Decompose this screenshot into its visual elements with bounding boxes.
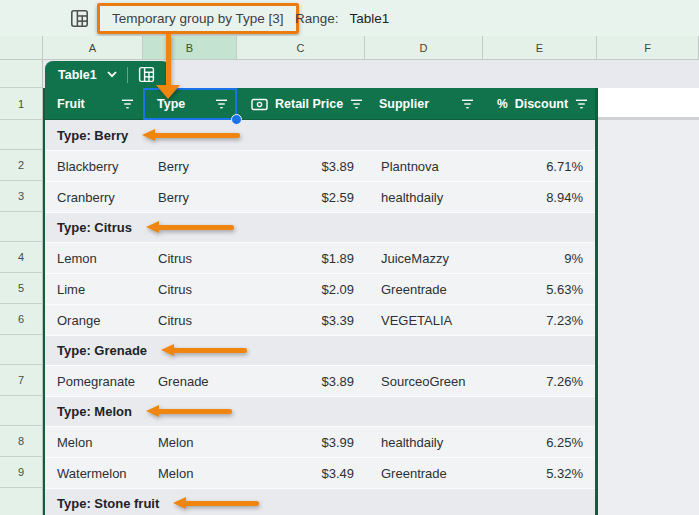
left-arrow-annotation — [173, 497, 259, 510]
header-cell-supplier[interactable]: Supplier — [365, 88, 483, 120]
table-row[interactable]: Blackberry Berry $3.89 Plantnova 6.71% — [43, 150, 597, 181]
row-number-cell[interactable]: 5 — [0, 273, 43, 304]
column-header-a[interactable]: A — [43, 36, 143, 60]
cell-price[interactable]: $2.09 — [237, 282, 365, 297]
cell-type[interactable]: Berry — [143, 159, 237, 174]
table-row[interactable]: Lime Citrus $2.09 Greentrade 5.63% — [43, 273, 597, 304]
cell-fruit[interactable]: Blackberry — [43, 159, 143, 174]
table-name-chip[interactable]: Table1 — [45, 61, 170, 88]
cell-supplier[interactable]: VEGETALIA — [365, 313, 483, 328]
group-name-highlight-box: Temporary group by Type [3] — [97, 3, 299, 34]
cell-supplier[interactable]: Greentrade — [365, 466, 483, 481]
row-number-cell[interactable] — [0, 60, 43, 88]
table-row[interactable]: Watermelon Melon $3.49 Greentrade 5.32% — [43, 457, 597, 488]
cell-discount[interactable]: 6.25% — [483, 435, 597, 450]
filter-icon[interactable] — [461, 98, 474, 110]
cell-supplier[interactable]: JuiceMazzy — [365, 251, 483, 266]
cell-price[interactable]: $3.99 — [237, 435, 365, 450]
row-number-cell[interactable]: 3 — [0, 181, 43, 212]
cell-type[interactable]: Berry — [143, 190, 237, 205]
table-row[interactable]: Orange Citrus $3.39 VEGETALIA 7.23% — [43, 304, 597, 335]
row-number-cell[interactable]: 2 — [0, 150, 43, 181]
header-cell-fruit[interactable]: Fruit — [43, 88, 143, 120]
money-icon — [251, 98, 268, 111]
cell-f1[interactable] — [597, 88, 699, 120]
row-number-cell[interactable]: 4 — [0, 242, 43, 273]
row-number-cell[interactable] — [0, 488, 43, 515]
cell-type[interactable]: Melon — [143, 466, 237, 481]
table-row[interactable]: Pomegranate Grenade $3.89 SourceoGreen 7… — [43, 365, 597, 396]
cell-discount[interactable]: 5.32% — [483, 466, 597, 481]
left-arrow-annotation — [146, 405, 232, 418]
cell-supplier[interactable]: healthdaily — [365, 190, 483, 205]
column-header-c[interactable]: C — [237, 36, 365, 60]
cell-price[interactable]: $3.89 — [237, 374, 365, 389]
cell-fruit[interactable]: Watermelon — [43, 466, 143, 481]
spreadsheet-screen: Temporary group by Type [3] Range: Table… — [0, 0, 699, 515]
group-label: Type: Melon — [43, 404, 132, 419]
cell-fruit[interactable]: Lime — [43, 282, 143, 297]
row-number-cell[interactable]: 9 — [0, 457, 43, 488]
empty-area-right-of-table[interactable] — [597, 120, 699, 515]
selection-handle[interactable] — [231, 114, 242, 125]
cell-supplier[interactable]: Plantnova — [365, 159, 483, 174]
cell-discount[interactable]: 7.23% — [483, 313, 597, 328]
cell-supplier[interactable]: SourceoGreen — [365, 374, 483, 389]
row-number-cell[interactable]: 8 — [0, 426, 43, 457]
range-label: Range: — [295, 11, 339, 26]
column-header-f[interactable]: F — [597, 36, 699, 60]
cell-discount[interactable]: 5.63% — [483, 282, 597, 297]
cell-type[interactable]: Citrus — [143, 313, 237, 328]
cell-price[interactable]: $3.89 — [237, 159, 365, 174]
cell-fruit[interactable]: Orange — [43, 313, 143, 328]
left-arrow-annotation — [146, 221, 234, 234]
group-header-row[interactable]: Type: Grenade — [43, 335, 597, 365]
filter-icon[interactable] — [575, 98, 588, 110]
group-header-row[interactable]: Type: Melon — [43, 396, 597, 426]
group-header-row[interactable]: Type: Berry — [43, 120, 597, 150]
cell-fruit[interactable]: Cranberry — [43, 190, 143, 205]
group-header-row[interactable]: Type: Stone fruit — [43, 488, 597, 515]
group-header-row[interactable]: Type: Citrus — [43, 212, 597, 242]
column-header-e[interactable]: E — [483, 36, 597, 60]
header-cell-retail-price[interactable]: Retail Price — [237, 88, 365, 120]
chevron-down-icon[interactable] — [107, 71, 117, 78]
cell-discount[interactable]: 6.71% — [483, 159, 597, 174]
filter-icon[interactable] — [121, 98, 134, 110]
cell-discount[interactable]: 8.94% — [483, 190, 597, 205]
row-number-cell[interactable]: 1 — [0, 88, 43, 120]
cell-discount[interactable]: 9% — [483, 251, 597, 266]
header-cell-discount[interactable]: % Discount — [483, 88, 597, 120]
cell-type[interactable]: Citrus — [143, 282, 237, 297]
select-all-corner[interactable] — [0, 36, 43, 60]
cell-fruit[interactable]: Lemon — [43, 251, 143, 266]
cell-fruit[interactable]: Pomegranate — [43, 374, 143, 389]
filter-icon[interactable] — [350, 98, 363, 110]
row-number-cell[interactable] — [0, 212, 43, 242]
row-number-cell[interactable]: 6 — [0, 304, 43, 335]
table-grid-icon[interactable] — [138, 66, 155, 83]
row-number-cell[interactable]: 7 — [0, 365, 43, 396]
cell-type[interactable]: Citrus — [143, 251, 237, 266]
cell-type[interactable]: Melon — [143, 435, 237, 450]
row-number-cell[interactable] — [0, 335, 43, 365]
cell-supplier[interactable]: healthdaily — [365, 435, 483, 450]
cell-price[interactable]: $3.49 — [237, 466, 365, 481]
table-row[interactable]: Cranberry Berry $2.59 healthdaily 8.94% — [43, 181, 597, 212]
header-label-fruit: Fruit — [57, 97, 85, 111]
cell-price[interactable]: $1.89 — [237, 251, 365, 266]
row-number-cell[interactable] — [0, 396, 43, 426]
cell-fruit[interactable]: Melon — [43, 435, 143, 450]
cell-price[interactable]: $2.59 — [237, 190, 365, 205]
cell-discount[interactable]: 7.26% — [483, 374, 597, 389]
row-number-gutter: 1 2 3 4 5 6 7 8 9 — [0, 60, 43, 515]
table-row[interactable]: Lemon Citrus $1.89 JuiceMazzy 9% — [43, 242, 597, 273]
formula-status-bar: Temporary group by Type [3] Range: Table… — [0, 0, 699, 36]
table-row[interactable]: Melon Melon $3.99 healthdaily 6.25% — [43, 426, 597, 457]
cell-supplier[interactable]: Greentrade — [365, 282, 483, 297]
cell-type[interactable]: Grenade — [143, 374, 237, 389]
row-number-cell[interactable] — [0, 120, 43, 150]
filter-icon[interactable] — [215, 98, 228, 110]
cell-price[interactable]: $3.39 — [237, 313, 365, 328]
column-header-d[interactable]: D — [365, 36, 483, 60]
